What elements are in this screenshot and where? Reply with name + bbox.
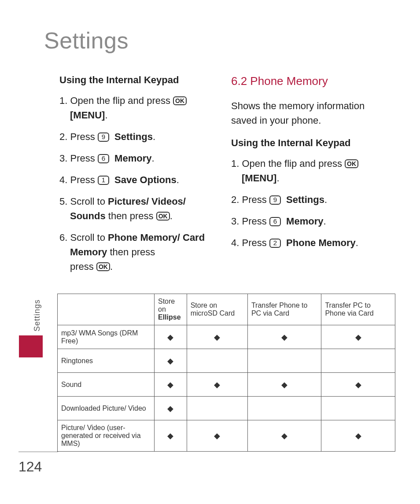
text: then press bbox=[106, 210, 156, 221]
period: . bbox=[177, 174, 179, 185]
cell-mark: ◆ bbox=[155, 420, 187, 452]
content-columns: Using the Internal Keypad Open the flip … bbox=[59, 73, 394, 281]
text: then press bbox=[107, 246, 155, 258]
cell-mark bbox=[187, 349, 247, 373]
period: . bbox=[323, 216, 326, 227]
period: . bbox=[276, 173, 279, 184]
table-header-row: Store on Ellipse Store on microSD Card T… bbox=[58, 294, 395, 325]
text: Open the flip and press bbox=[70, 95, 173, 106]
ok-icon: OK bbox=[156, 212, 170, 221]
key-9-icon: 9 bbox=[98, 132, 109, 142]
section-6-2-title: 6.2 Phone Memory bbox=[231, 73, 383, 90]
cell-mark: ◆ bbox=[187, 373, 247, 397]
cell-mark: ◆ bbox=[155, 325, 187, 349]
text: Press bbox=[242, 194, 269, 205]
row-label: Ringtones bbox=[58, 349, 155, 373]
cell-mark: ◆ bbox=[321, 325, 395, 349]
table-header-empty bbox=[58, 294, 155, 325]
cell-mark bbox=[321, 349, 395, 373]
menu-label: [MENU] bbox=[242, 173, 276, 184]
right-step-3: Press 6 Memory. bbox=[231, 214, 383, 228]
storage-table: Store on Ellipse Store on microSD Card T… bbox=[57, 294, 395, 452]
cell-mark: ◆ bbox=[321, 373, 395, 397]
cell-mark bbox=[321, 397, 395, 420]
side-tab-label: Settings bbox=[33, 299, 42, 331]
table-header-store-ellipse: Store on Ellipse bbox=[155, 294, 187, 325]
text: Ellipse bbox=[158, 313, 181, 321]
cell-mark: ◆ bbox=[155, 349, 187, 373]
row-label: Sound bbox=[58, 373, 155, 397]
text: Press bbox=[70, 153, 97, 164]
cell-mark: ◆ bbox=[155, 397, 187, 420]
period: . bbox=[151, 153, 154, 164]
period: . bbox=[153, 131, 155, 142]
label: Settings bbox=[114, 131, 153, 142]
text: Press bbox=[242, 237, 269, 248]
text: Open the flip and press bbox=[242, 158, 345, 169]
footer-rule bbox=[18, 452, 58, 452]
ok-icon: OK bbox=[96, 262, 110, 271]
table-row: Ringtones◆ bbox=[58, 349, 395, 373]
text: Store on bbox=[158, 298, 175, 313]
table-header-store-microsd: Store on microSD Card bbox=[187, 294, 247, 325]
table-row: Picture/ Video (user-generated or receiv… bbox=[58, 420, 395, 452]
table-header-transfer-pc-phone: Transfer PC to Phone via Card bbox=[321, 294, 395, 325]
text: Press bbox=[70, 174, 97, 185]
left-column: Using the Internal Keypad Open the flip … bbox=[59, 73, 211, 281]
cell-mark: ◆ bbox=[155, 373, 187, 397]
cell-mark: ◆ bbox=[247, 373, 321, 397]
row-label: Downloaded Picture/ Video bbox=[58, 397, 155, 420]
right-step-2: Press 9 Settings. bbox=[231, 192, 383, 207]
table-row: Downloaded Picture/ Video◆ bbox=[58, 397, 395, 420]
cell-mark: ◆ bbox=[187, 420, 247, 452]
cell-mark: ◆ bbox=[247, 420, 321, 452]
text: Scroll to bbox=[70, 232, 108, 243]
label: Memory bbox=[114, 153, 151, 164]
label: Save Options bbox=[114, 174, 177, 185]
cell-mark bbox=[247, 349, 321, 373]
period: . bbox=[356, 237, 358, 248]
cell-mark: ◆ bbox=[247, 325, 321, 349]
left-step-1: Open the flip and press OK [MENU]. bbox=[59, 93, 211, 122]
row-label: Picture/ Video (user-generated or receiv… bbox=[58, 420, 155, 452]
left-step-4: Press 1 Save Options. bbox=[59, 173, 211, 187]
key-9-icon: 9 bbox=[269, 195, 281, 205]
text: Scroll to bbox=[70, 196, 108, 207]
right-step-4: Press 2 Phone Memory. bbox=[231, 235, 383, 250]
key-6-icon: 6 bbox=[98, 154, 109, 163]
label: Memory bbox=[286, 216, 323, 227]
table-body: mp3/ WMA Songs (DRM Free)◆◆◆◆Ringtones◆S… bbox=[58, 325, 395, 452]
left-steps: Open the flip and press OK [MENU]. Press… bbox=[59, 93, 211, 274]
side-tab-accent bbox=[19, 335, 43, 357]
table-header-transfer-phone-pc: Transfer Phone to PC via Card bbox=[247, 294, 321, 325]
left-step-3: Press 6 Memory. bbox=[59, 151, 211, 166]
period: . bbox=[105, 110, 107, 121]
cell-mark bbox=[187, 397, 247, 420]
text: press bbox=[70, 261, 96, 272]
menu-label: [MENU] bbox=[70, 110, 105, 121]
right-step-1: Open the flip and press OK [MENU]. bbox=[231, 156, 383, 185]
key-6-icon: 6 bbox=[269, 217, 281, 226]
text: Press bbox=[70, 131, 97, 142]
period: . bbox=[110, 261, 113, 272]
key-1-icon: 1 bbox=[98, 176, 109, 185]
right-steps: Open the flip and press OK [MENU]. Press… bbox=[231, 156, 383, 250]
ok-icon: OK bbox=[345, 159, 358, 168]
left-heading: Using the Internal Keypad bbox=[59, 73, 211, 87]
left-step-5: Scroll to Pictures/ Videos/ Sounds then … bbox=[59, 194, 211, 223]
cell-mark: ◆ bbox=[187, 325, 247, 349]
left-step-2: Press 9 Settings. bbox=[59, 129, 211, 144]
label: Phone Memory bbox=[286, 237, 356, 248]
table-row: Sound◆◆◆◆ bbox=[58, 373, 395, 397]
row-label: mp3/ WMA Songs (DRM Free) bbox=[58, 325, 155, 349]
right-heading: Using the Internal Keypad bbox=[231, 136, 383, 150]
page-number: 124 bbox=[18, 459, 42, 475]
period: . bbox=[324, 194, 327, 205]
ok-icon: OK bbox=[173, 96, 187, 105]
page-title: Settings bbox=[44, 27, 129, 54]
cell-mark bbox=[247, 397, 321, 420]
period: . bbox=[170, 210, 173, 221]
table-row: mp3/ WMA Songs (DRM Free)◆◆◆◆ bbox=[58, 325, 395, 349]
left-step-6: Scroll to Phone Memory/ Card Memory then… bbox=[59, 230, 211, 274]
cell-mark: ◆ bbox=[321, 420, 395, 452]
